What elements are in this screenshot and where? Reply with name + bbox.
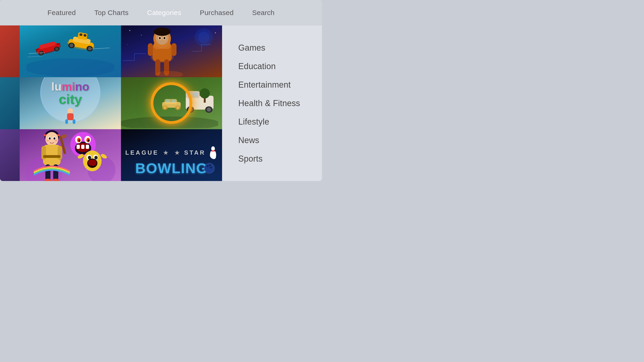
svg-rect-61 — [166, 99, 170, 103]
svg-line-21 — [28, 56, 42, 57]
bowling-star-icon: ★ — [163, 149, 169, 156]
svg-rect-81 — [43, 155, 60, 158]
svg-rect-110 — [211, 150, 215, 151]
svg-point-56 — [207, 107, 211, 112]
lumino-city-cell[interactable]: lumino city — [20, 77, 121, 129]
car-icon — [160, 96, 183, 110]
svg-point-106 — [88, 159, 96, 166]
characters-game-cell[interactable] — [20, 129, 121, 181]
bowling-pin-icon — [208, 146, 218, 159]
nav-item-featured[interactable]: Featured — [48, 9, 76, 17]
svg-rect-91 — [76, 145, 80, 149]
bowling-game-cell[interactable]: LEAGUE ★ ★ STAR BOWLING — [121, 129, 222, 181]
svg-point-114 — [209, 164, 211, 166]
svg-point-44 — [68, 108, 73, 114]
svg-rect-39 — [148, 43, 153, 56]
svg-rect-47 — [73, 119, 76, 124]
category-item-games[interactable]: Games — [238, 40, 306, 56]
svg-point-104 — [94, 156, 98, 159]
svg-point-28 — [127, 44, 128, 45]
bowling-league-text-2: STAR — [184, 149, 206, 156]
nav-item-search[interactable]: Search — [252, 9, 274, 17]
svg-point-0 — [26, 58, 114, 77]
left-strip-bot — [0, 129, 20, 181]
left-strip-mid — [0, 77, 20, 129]
nav-item-top-charts[interactable]: Top Charts — [94, 9, 128, 17]
bowling-league-text: LEAGUE — [126, 149, 159, 156]
svg-point-77 — [54, 140, 57, 141]
svg-point-113 — [207, 165, 209, 167]
bowling-star-icon-2: ★ — [174, 149, 180, 156]
navigation-bar: FeaturedTop ChartsCategoriesPurchasedSea… — [0, 0, 322, 25]
category-item-sports[interactable]: Sports — [238, 151, 306, 167]
svg-point-25 — [129, 30, 130, 31]
categories-sidebar: GamesEducationEntertainmentHealth & Fitn… — [222, 25, 322, 181]
category-item-lifestyle[interactable]: Lifestyle — [238, 114, 306, 130]
category-item-entertainment[interactable]: Entertainment — [238, 77, 306, 93]
car-ring-illustration — [121, 77, 222, 129]
car-ring-cell[interactable] — [121, 77, 222, 129]
svg-rect-93 — [86, 145, 89, 149]
main-content: lumino city — [0, 25, 322, 181]
scifi-game-cell[interactable] — [121, 25, 222, 77]
svg-point-24 — [198, 32, 210, 43]
nav-item-categories[interactable]: Categories — [147, 9, 181, 17]
svg-point-27 — [215, 32, 216, 33]
svg-point-109 — [211, 146, 215, 151]
nav-item-purchased[interactable]: Purchased — [200, 9, 234, 17]
svg-point-58 — [200, 88, 210, 98]
svg-rect-45 — [67, 113, 74, 120]
svg-point-34 — [154, 27, 170, 36]
lumino-illustration: lumino city — [20, 77, 121, 129]
left-strip-top — [0, 25, 20, 77]
svg-rect-92 — [81, 145, 84, 149]
svg-point-71 — [45, 132, 58, 146]
category-item-health-fitness[interactable]: Health & Fitness — [238, 95, 306, 111]
racing-game-cell[interactable] — [20, 25, 121, 77]
bowling-ball-icon — [204, 162, 215, 174]
characters-illustration — [20, 129, 120, 181]
svg-rect-62 — [172, 99, 176, 103]
category-item-education[interactable]: Education — [238, 58, 306, 74]
bowling-logo: LEAGUE ★ ★ STAR BOWLING — [126, 146, 218, 176]
svg-point-74 — [49, 137, 51, 140]
svg-point-26 — [141, 35, 142, 35]
svg-rect-40 — [172, 43, 176, 56]
svg-point-65 — [164, 106, 166, 109]
svg-point-38 — [164, 37, 166, 39]
app-grid: lumino city — [0, 25, 222, 181]
svg-point-98 — [78, 139, 80, 142]
racing-illustration — [26, 26, 114, 77]
category-item-news[interactable]: News — [238, 132, 306, 148]
scifi-illustration — [123, 26, 220, 77]
svg-rect-46 — [65, 119, 68, 124]
svg-point-66 — [176, 106, 179, 109]
svg-point-37 — [159, 37, 161, 39]
svg-point-99 — [88, 139, 90, 142]
svg-point-75 — [54, 137, 55, 140]
svg-point-76 — [46, 140, 49, 141]
svg-point-115 — [210, 167, 212, 169]
